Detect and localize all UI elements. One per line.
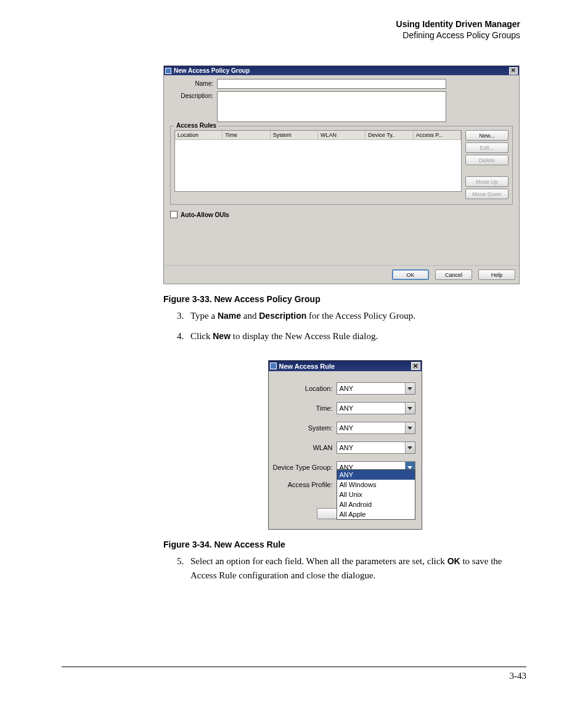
new-access-rule-dialog: New Access Rule ✕ Location: ANY Time: AN… [268,360,422,530]
wlan-label: WLAN [271,444,337,451]
time-label: Time: [271,404,337,412]
step5-num: 5. [177,554,190,582]
auto-allow-checkbox[interactable] [170,211,178,218]
new-access-policy-group-dialog: New Access Policy Group ✕ Name: Descript… [163,65,520,284]
dropdown-option[interactable]: All Apple [337,509,415,519]
help-button[interactable]: Help [478,269,515,280]
chevron-down-icon [405,442,415,453]
col-system[interactable]: System [271,131,318,139]
wlan-select[interactable]: ANY [337,441,415,454]
edit-button[interactable]: Edit... [465,142,508,153]
close-icon[interactable]: ✕ [509,67,518,75]
dropdown-option[interactable]: All Unix [337,490,415,499]
step4-num: 4. [177,329,190,343]
step3-num: 3. [177,309,190,323]
time-select[interactable]: ANY [337,402,415,414]
step5-text: Select an option for each field. When al… [190,554,526,582]
close-icon[interactable]: ✕ [411,362,420,370]
chevron-down-icon [405,403,415,414]
running-header: Using Identity Driven Manager Defining A… [62,18,520,41]
col-wlan[interactable]: WLAN [318,131,365,139]
move-down-button[interactable]: Move Down [465,189,508,199]
description-input[interactable] [217,91,446,122]
move-up-button[interactable]: Move Up [465,176,508,187]
dialog2-title: New Access Rule [279,363,335,370]
chevron-down-icon [405,383,415,394]
location-select[interactable]: ANY [337,382,415,395]
dropdown-option[interactable]: All Android [337,499,415,509]
step4-text: Click New to display the New Access Rule… [190,329,526,343]
cancel-button[interactable]: Cancel [435,269,472,280]
chevron-down-icon [405,422,415,433]
dialog-title: New Access Policy Group [174,67,250,74]
profile-label: Access Profile: [271,481,337,488]
dialog-titlebar: New Access Policy Group ✕ [164,66,519,75]
name-label: Name: [169,79,217,89]
rules-table[interactable]: Location Time System WLAN Device Ty.. Ac… [174,130,462,192]
new-button[interactable]: New... [465,130,508,141]
ok-button[interactable]: OK [392,269,429,280]
delete-button[interactable]: Delete [465,155,508,165]
system-select[interactable]: ANY [337,422,415,434]
name-input[interactable] [217,79,446,89]
figure-caption-34: Figure 3-34. New Access Rule [163,540,526,549]
device-type-dropdown[interactable]: ANY All Windows All Unix All Android All… [337,469,415,520]
header-section: Defining Access Policy Groups [62,30,520,41]
system-label: System: [271,424,337,432]
dropdown-option[interactable]: All Windows [337,480,415,490]
col-time[interactable]: Time [223,131,270,139]
dialog2-titlebar: New Access Rule ✕ [269,361,422,371]
location-label: Location: [271,385,337,392]
figure-caption-33: Figure 3-33. New Access Policy Group [163,294,526,304]
description-label: Description: [169,91,217,122]
col-device[interactable]: Device Ty.. [365,131,413,139]
col-location[interactable]: Location [175,131,223,139]
page-number: 3-43 [62,667,526,681]
device-label: Device Type Group: [271,464,337,471]
dropdown-option[interactable]: ANY [337,470,415,480]
step3-text: Type a Name and Description for the Acce… [190,309,526,323]
col-access[interactable]: Access P... [414,131,461,139]
header-chapter: Using Identity Driven Manager [62,18,520,30]
access-rules-legend: Access Rules [174,122,218,129]
access-rules-fieldset: Access Rules Location Time System WLAN D… [170,126,513,205]
window-icon [165,68,171,74]
window-icon [270,363,277,369]
auto-allow-label: Auto-Allow OUIs [181,211,229,218]
